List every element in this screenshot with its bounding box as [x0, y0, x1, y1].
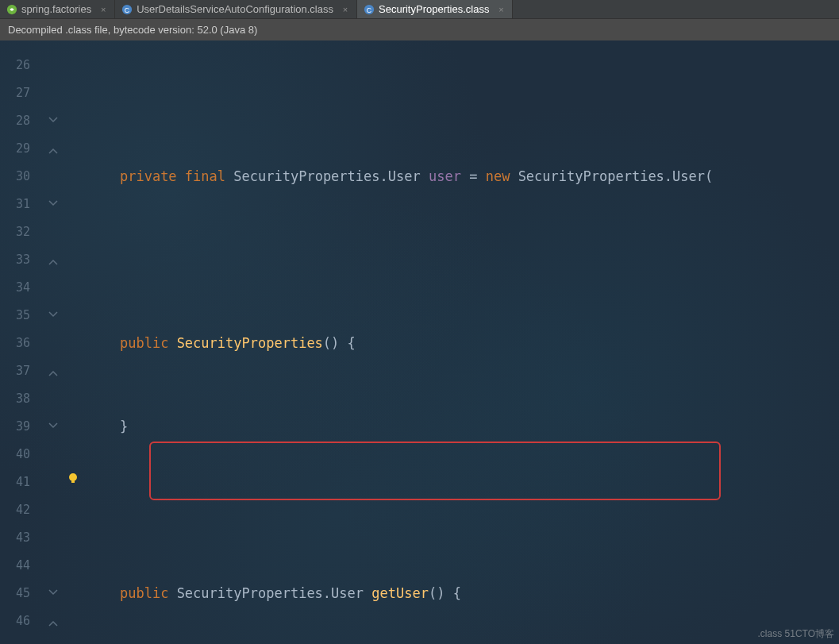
- class-icon: C: [121, 4, 133, 15]
- fold-close-icon[interactable]: [48, 199, 59, 210]
- fold-open-icon[interactable]: [48, 144, 59, 155]
- tab-bar: spring.factories × C UserDetailsServiceA…: [0, 0, 839, 19]
- fold-column: [46, 40, 64, 642]
- svg-text:C: C: [125, 6, 129, 13]
- watermark: .class 51CTO博客: [758, 627, 834, 641]
- annotation-column: [64, 40, 87, 642]
- code-editor[interactable]: 26 27 28 29 30 31 32 33 34 35 36 37 38 3…: [0, 40, 839, 642]
- tab-label: SecurityProperties.class: [379, 3, 489, 15]
- tab-securityproperties[interactable]: C SecurityProperties.class ×: [357, 0, 513, 18]
- highlight-box: [149, 442, 721, 500]
- tab-label: UserDetailsServiceAutoConfiguration.clas…: [137, 3, 333, 15]
- line-number-gutter: 26 27 28 29 30 31 32 33 34 35 36 37 38 3…: [0, 40, 46, 642]
- svg-point-5: [69, 473, 77, 481]
- close-icon[interactable]: ×: [496, 5, 506, 14]
- tab-userdetails[interactable]: C UserDetailsServiceAutoConfiguration.cl…: [115, 0, 357, 18]
- code-area[interactable]: private final SecurityProperties.User us…: [87, 40, 839, 642]
- close-icon[interactable]: ×: [341, 5, 350, 14]
- tab-label: spring.factories: [21, 3, 91, 15]
- fold-close-icon[interactable]: [48, 310, 59, 322]
- spring-icon: [6, 4, 17, 15]
- fold-open-icon[interactable]: [48, 255, 59, 266]
- svg-rect-6: [71, 480, 75, 483]
- class-icon: C: [364, 4, 375, 15]
- svg-text:C: C: [367, 6, 371, 13]
- fold-open-icon[interactable]: [48, 616, 59, 627]
- lightbulb-icon[interactable]: [67, 472, 79, 484]
- decompiled-banner: Decompiled .class file, bytecode version…: [0, 19, 839, 40]
- tab-spring-factories[interactable]: spring.factories ×: [0, 0, 115, 18]
- fold-close-icon[interactable]: [48, 422, 59, 433]
- fold-open-icon[interactable]: [48, 366, 59, 377]
- fold-close-icon[interactable]: [48, 116, 59, 127]
- close-icon[interactable]: ×: [98, 5, 108, 14]
- fold-close-icon[interactable]: [48, 588, 59, 600]
